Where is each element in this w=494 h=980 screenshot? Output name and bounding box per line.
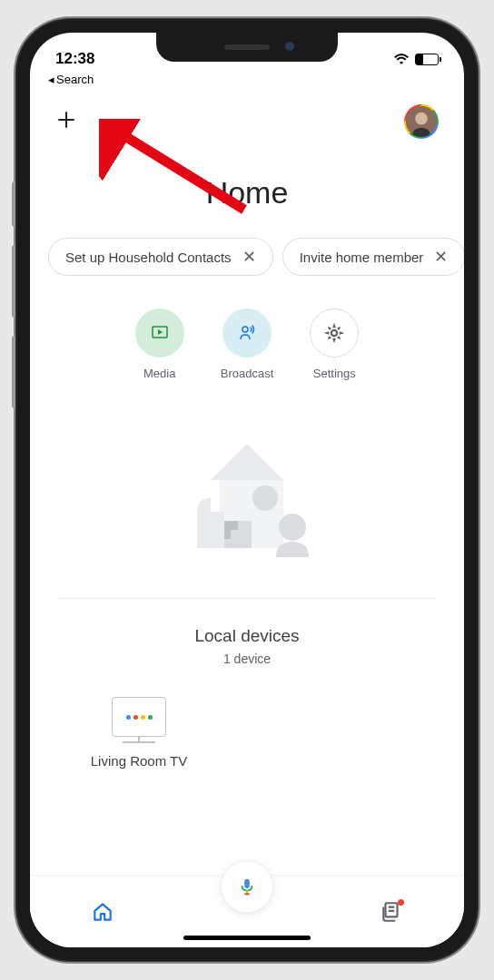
local-devices-title: Local devices [30,626,464,646]
empty-home-illustration [30,416,464,598]
home-icon [91,900,114,924]
battery-icon [415,54,439,65]
broadcast-button[interactable]: Broadcast [221,309,274,380]
voice-assistant-button[interactable] [221,860,273,913]
close-icon[interactable]: ✕ [242,249,256,265]
profile-avatar[interactable] [404,104,439,139]
phone-notch [156,33,338,62]
add-button[interactable] [55,109,77,135]
svg-marker-5 [211,444,283,480]
chip-invite-member[interactable]: Invite home member ✕ [282,238,464,276]
screen: 12:38 ◂ Search Home [30,33,464,947]
plus-icon [55,109,77,131]
svg-rect-11 [244,879,250,888]
broadcast-label: Broadcast [221,367,274,380]
chip-label: Invite home member [300,250,424,265]
suggestion-chips: Set up Household Contacts ✕ Invite home … [30,238,464,299]
local-devices-count: 1 device [30,652,464,666]
broadcast-icon [222,309,272,358]
status-right [393,53,439,65]
svg-point-3 [242,327,248,332]
device-living-room-tv[interactable]: Living Room TV [57,675,221,790]
page-title: Home [30,148,464,238]
gear-icon [310,309,359,358]
svg-point-7 [252,485,278,511]
tv-icon [112,697,166,737]
quick-actions: Media Broadcast Settings [30,299,464,416]
chip-household-contacts[interactable]: Set up Household Contacts ✕ [48,238,273,276]
media-icon [135,309,184,358]
nav-feed[interactable] [373,894,410,930]
status-time: 12:38 [55,50,94,68]
phone-frame: 12:38 ◂ Search Home [15,18,479,962]
svg-point-10 [279,514,306,541]
back-label: Search [56,73,94,86]
device-label: Living Room TV [91,753,187,769]
top-row [30,86,464,148]
wifi-icon [393,53,410,65]
notification-dot [398,899,404,906]
media-label: Media [143,367,175,380]
chip-label: Set up Household Contacts [65,250,232,265]
media-button[interactable]: Media [135,309,184,380]
svg-point-4 [332,330,338,336]
nav-home[interactable] [84,894,121,930]
local-devices-section: Local devices 1 device [30,599,464,675]
svg-rect-8 [197,512,224,548]
back-chevron-icon: ◂ [48,73,54,86]
back-to-search[interactable]: ◂ Search [30,73,464,86]
home-indicator[interactable] [183,936,311,940]
microphone-icon [237,877,257,897]
settings-button[interactable]: Settings [310,309,359,380]
settings-label: Settings [313,367,356,380]
close-icon[interactable]: ✕ [434,249,448,265]
